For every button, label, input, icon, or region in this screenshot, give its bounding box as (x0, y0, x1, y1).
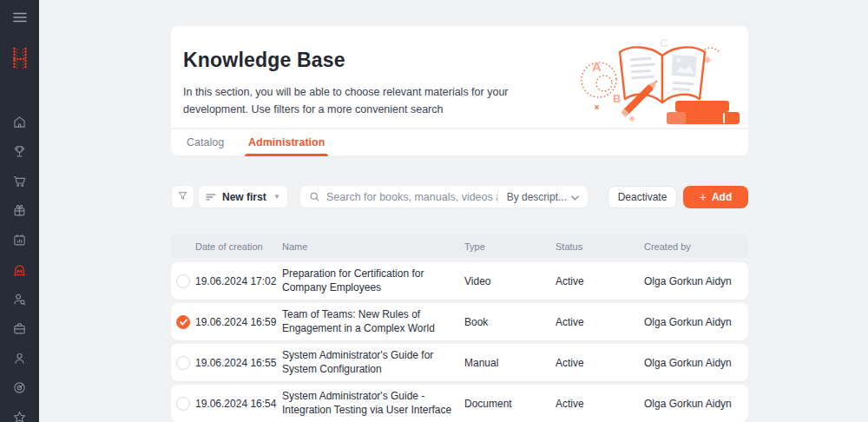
row-created-by: Olga Gorkun Aidyn (644, 275, 748, 287)
table-row[interactable]: 19.06.2024 17:02Preparation for Certific… (171, 262, 748, 300)
search-scope-value: By descript... (507, 191, 567, 203)
row-name: Team of Teams: New Rules of Engagement i… (282, 308, 464, 335)
row-date: 19.06.2024 16:59 (195, 316, 282, 328)
funnel-icon (177, 189, 188, 205)
tab-administration[interactable]: Administration (248, 129, 325, 156)
row-type: Book (464, 316, 556, 328)
toolbar: New first ▼ By descript... Deactivate +A… (171, 185, 748, 208)
filter-button[interactable] (171, 185, 194, 208)
row-date: 19.06.2024 17:02 (195, 275, 282, 287)
sidebar-item-trophy[interactable] (12, 144, 27, 159)
sort-icon (206, 189, 216, 205)
row-status: Active (556, 357, 644, 369)
sidebar (0, 0, 39, 422)
column-header-date: Date of creation (195, 241, 282, 252)
column-header-name: Name (282, 241, 464, 252)
row-checkbox[interactable] (176, 397, 190, 411)
search-icon (309, 191, 320, 202)
row-type: Document (464, 398, 556, 410)
chevron-down-icon: ▼ (273, 193, 280, 201)
row-type: Manual (464, 357, 556, 369)
row-status: Active (556, 398, 644, 410)
table-row[interactable]: 19.06.2024 16:55System Administrator's G… (171, 344, 748, 381)
sidebar-item-gift[interactable] (12, 203, 27, 218)
row-name: System Administrator's Guide - Integrati… (282, 390, 464, 417)
add-button[interactable]: +Add (683, 186, 748, 208)
sidebar-item-knowledge-base[interactable] (12, 262, 27, 277)
column-header-status: Status (556, 241, 644, 252)
sidebar-item-calendar[interactable] (12, 233, 27, 247)
row-created-by: Olga Gorkun Aidyn (644, 316, 748, 328)
svg-text:C: C (660, 36, 668, 49)
sidebar-item-user[interactable] (12, 351, 27, 366)
sort-dropdown[interactable]: New first ▼ (198, 185, 288, 208)
plus-icon: + (700, 191, 707, 203)
page-description: In this section, you will be able to cho… (183, 83, 569, 118)
knowledge-base-page: Knowledge Base In this section, you will… (0, 0, 868, 422)
row-created-by: Olga Gorkun Aidyn (644, 357, 748, 369)
sidebar-item-briefcase[interactable] (12, 321, 27, 336)
search-scope-dropdown[interactable]: By descript... (498, 191, 588, 203)
search-bar: By descript... (299, 185, 589, 208)
row-date: 19.06.2024 16:55 (195, 357, 282, 369)
row-name: System Administrator's Guide for System … (282, 349, 464, 376)
svg-text:A: A (592, 59, 602, 74)
sort-dropdown-value: New first (222, 191, 267, 203)
column-header-type: Type (464, 241, 556, 252)
row-name: Preparation for Certification for Compan… (282, 267, 464, 294)
menu-icon[interactable] (13, 10, 27, 26)
sidebar-item-home[interactable] (12, 115, 27, 129)
table-row[interactable]: 19.06.2024 16:54System Administrator's G… (171, 385, 748, 422)
search-input[interactable] (326, 191, 497, 203)
row-checkbox[interactable] (176, 356, 190, 370)
sidebar-item-target[interactable] (12, 380, 27, 395)
page-title: Knowledge Base (183, 49, 345, 72)
chevron-down-icon (571, 191, 579, 203)
svg-text:B: B (613, 92, 621, 105)
deactivate-button[interactable]: Deactivate (608, 186, 677, 208)
row-date: 19.06.2024 16:54 (195, 398, 282, 410)
row-status: Active (556, 275, 644, 287)
row-checkbox[interactable] (176, 274, 190, 288)
table-header: Date of creation Name Type Status Create… (171, 234, 748, 258)
knowledge-base-illustration: A B C W (569, 30, 743, 130)
column-header-created-by: Created by (644, 241, 748, 252)
sidebar-item-star[interactable] (12, 410, 27, 422)
sidebar-item-cart[interactable] (12, 174, 27, 188)
row-status: Active (556, 316, 644, 328)
row-type: Video (464, 275, 556, 287)
table-row[interactable]: 19.06.2024 16:59Team of Teams: New Rules… (171, 303, 748, 340)
header-card: Knowledge Base In this section, you will… (171, 26, 748, 128)
sidebar-item-user-search[interactable] (12, 292, 27, 307)
logo-h-icon[interactable] (10, 47, 30, 75)
tab-catalog[interactable]: Catalog (187, 129, 224, 156)
tabbar: Catalog Administration (171, 129, 748, 155)
row-created-by: Olga Gorkun Aidyn (644, 398, 748, 410)
row-checkbox-checked[interactable] (176, 315, 190, 329)
